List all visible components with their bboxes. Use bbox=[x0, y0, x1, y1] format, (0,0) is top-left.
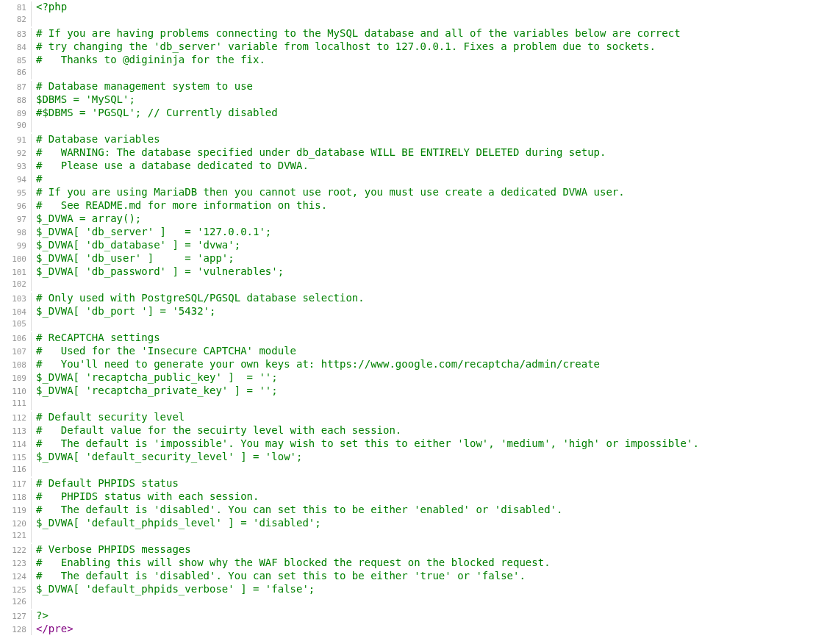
code-line: 107# Used for the 'Insecure CAPTCHA' mod… bbox=[0, 344, 838, 357]
code-line: 105 bbox=[0, 318, 838, 331]
code-line: 117# Default PHPIDS status bbox=[0, 476, 838, 490]
code-line: 109$_DVWA[ 'recaptcha_public_key' ] = ''… bbox=[0, 371, 838, 384]
code-text: # WARNING: The database specified under … bbox=[32, 146, 606, 159]
code-line: 115$_DVWA[ 'default_security_level' ] = … bbox=[0, 450, 838, 463]
line-number: 116 bbox=[0, 463, 32, 476]
code-text: $DBMS = 'MySQL'; bbox=[32, 93, 135, 106]
code-line: 84# try changing the 'db_server' variabl… bbox=[0, 40, 838, 53]
line-number: 82 bbox=[0, 13, 32, 26]
code-text: <?php bbox=[32, 0, 67, 13]
code-line: 99$_DVWA[ 'db_database' ] = 'dvwa'; bbox=[0, 238, 838, 251]
code-text: # PHPIDS status with each session. bbox=[32, 490, 259, 503]
code-line: 120$_DVWA[ 'default_phpids_level' ] = 'd… bbox=[0, 516, 838, 529]
code-text: $_DVWA[ 'default_security_level' ] = 'lo… bbox=[32, 450, 302, 463]
code-line: 102 bbox=[0, 278, 838, 291]
line-number: 111 bbox=[0, 397, 32, 410]
code-line: 81<?php bbox=[0, 0, 838, 13]
code-text: # The default is 'disabled'. You can set… bbox=[32, 503, 562, 516]
code-text: #$DBMS = 'PGSQL'; // Currently disabled bbox=[32, 106, 278, 119]
code-line: 89#$DBMS = 'PGSQL'; // Currently disable… bbox=[0, 106, 838, 119]
code-text: # Default security level bbox=[32, 410, 185, 423]
code-line: 122# Verbose PHPIDS messages bbox=[0, 543, 838, 556]
code-line: 85# Thanks to @digininja for the fix. bbox=[0, 53, 838, 66]
code-line: 118# PHPIDS status with each session. bbox=[0, 490, 838, 503]
code-line: 86 bbox=[0, 66, 838, 79]
code-line: 113# Default value for the secuirty leve… bbox=[0, 423, 838, 437]
code-line: 90 bbox=[0, 119, 838, 132]
code-line: 121 bbox=[0, 529, 838, 543]
code-text: # Used for the 'Insecure CAPTCHA' module bbox=[32, 344, 296, 357]
code-text: # See README.md for more information on … bbox=[32, 198, 327, 212]
code-text: # Database management system to use bbox=[32, 79, 253, 93]
code-text: # If you are having problems connecting … bbox=[32, 26, 681, 40]
code-text: # If you are using MariaDB then you cann… bbox=[32, 185, 625, 198]
code-line: 96# See README.md for more information o… bbox=[0, 198, 838, 212]
code-line: 112# Default security level bbox=[0, 410, 838, 423]
code-line: 88$DBMS = 'MySQL'; bbox=[0, 93, 838, 106]
line-number: 102 bbox=[0, 278, 32, 291]
code-text: # Thanks to @digininja for the fix. bbox=[32, 53, 265, 66]
code-text: $_DVWA[ 'default_phpids_level' ] = 'disa… bbox=[32, 516, 321, 529]
code-line: 110$_DVWA[ 'recaptcha_private_key' ] = '… bbox=[0, 384, 838, 397]
code-line: 94# bbox=[0, 172, 838, 185]
code-text: # Only used with PostgreSQL/PGSQL databa… bbox=[32, 291, 365, 304]
code-line: 126 bbox=[0, 595, 838, 609]
code-line: 87# Database management system to use bbox=[0, 79, 838, 93]
code-text: # ReCAPTCHA settings bbox=[32, 331, 160, 344]
code-line: 95# If you are using MariaDB then you ca… bbox=[0, 185, 838, 198]
code-line: 124# The default is 'disabled'. You can … bbox=[0, 569, 838, 582]
code-text: $_DVWA[ 'recaptcha_public_key' ] = ''; bbox=[32, 371, 278, 384]
code-text: # The default is 'disabled'. You can set… bbox=[32, 569, 526, 582]
code-text: # You'll need to generate your own keys … bbox=[32, 357, 600, 371]
code-line: 91# Database variables bbox=[0, 132, 838, 146]
code-text: # Database variables bbox=[32, 132, 160, 146]
code-text: $_DVWA[ 'recaptcha_private_key' ] = ''; bbox=[32, 384, 278, 397]
code-text: $_DVWA[ 'db_server' ] = '127.0.0.1'; bbox=[32, 225, 271, 238]
code-text: # bbox=[32, 172, 42, 185]
line-number: 126 bbox=[0, 595, 32, 609]
line-number: 105 bbox=[0, 318, 32, 331]
code-text: # The default is 'impossible'. You may w… bbox=[32, 437, 699, 450]
code-line: 123# Enabling this will show why the WAF… bbox=[0, 556, 838, 569]
code-text: # try changing the 'db_server' variable … bbox=[32, 40, 656, 53]
code-text: $_DVWA[ 'db_database' ] = 'dvwa'; bbox=[32, 238, 240, 251]
code-line: 103# Only used with PostgreSQL/PGSQL dat… bbox=[0, 291, 838, 304]
code-text: ?> bbox=[32, 609, 49, 622]
code-line: 97$_DVWA = array(); bbox=[0, 212, 838, 225]
code-line: 127?> bbox=[0, 609, 838, 622]
code-line: 83# If you are having problems connectin… bbox=[0, 26, 838, 40]
code-text: $_DVWA = array(); bbox=[32, 212, 141, 225]
code-line: 125$_DVWA[ 'default_phpids_verbose' ] = … bbox=[0, 582, 838, 595]
code-line: 82 bbox=[0, 13, 838, 26]
line-number: 86 bbox=[0, 66, 32, 79]
code-text: # Please use a database dedicated to DVW… bbox=[32, 159, 309, 172]
code-line: 111 bbox=[0, 397, 838, 410]
code-line: 119# The default is 'disabled'. You can … bbox=[0, 503, 838, 516]
code-line: 92# WARNING: The database specified unde… bbox=[0, 146, 838, 159]
code-line: 104$_DVWA[ 'db_port '] = '5432'; bbox=[0, 304, 838, 318]
code-text: $_DVWA[ 'db_password' ] = 'vulnerables'; bbox=[32, 265, 284, 278]
code-line: 101$_DVWA[ 'db_password' ] = 'vulnerable… bbox=[0, 265, 838, 278]
code-line: 128</pre> bbox=[0, 622, 838, 635]
code-text: # Verbose PHPIDS messages bbox=[32, 543, 191, 556]
code-text: # Default value for the secuirty level w… bbox=[32, 423, 401, 437]
code-line: 93# Please use a database dedicated to D… bbox=[0, 159, 838, 172]
code-text: </pre> bbox=[32, 622, 74, 635]
code-text: # Enabling this will show why the WAF bl… bbox=[32, 556, 551, 569]
code-line: 114# The default is 'impossible'. You ma… bbox=[0, 437, 838, 450]
code-block: 81<?php8283# If you are having problems … bbox=[0, 0, 838, 635]
line-number: 90 bbox=[0, 119, 32, 132]
code-text: # Default PHPIDS status bbox=[32, 476, 179, 490]
code-line: 108# You'll need to generate your own ke… bbox=[0, 357, 838, 371]
code-text: $_DVWA[ 'db_user' ] = 'app'; bbox=[32, 251, 234, 265]
code-line: 98$_DVWA[ 'db_server' ] = '127.0.0.1'; bbox=[0, 225, 838, 238]
code-text: $_DVWA[ 'default_phpids_verbose' ] = 'fa… bbox=[32, 582, 315, 595]
code-text: $_DVWA[ 'db_port '] = '5432'; bbox=[32, 304, 215, 318]
code-line: 116 bbox=[0, 463, 838, 476]
code-line: 106# ReCAPTCHA settings bbox=[0, 331, 838, 344]
code-line: 100$_DVWA[ 'db_user' ] = 'app'; bbox=[0, 251, 838, 265]
line-number: 128 bbox=[0, 623, 32, 635]
line-number: 121 bbox=[0, 529, 32, 543]
